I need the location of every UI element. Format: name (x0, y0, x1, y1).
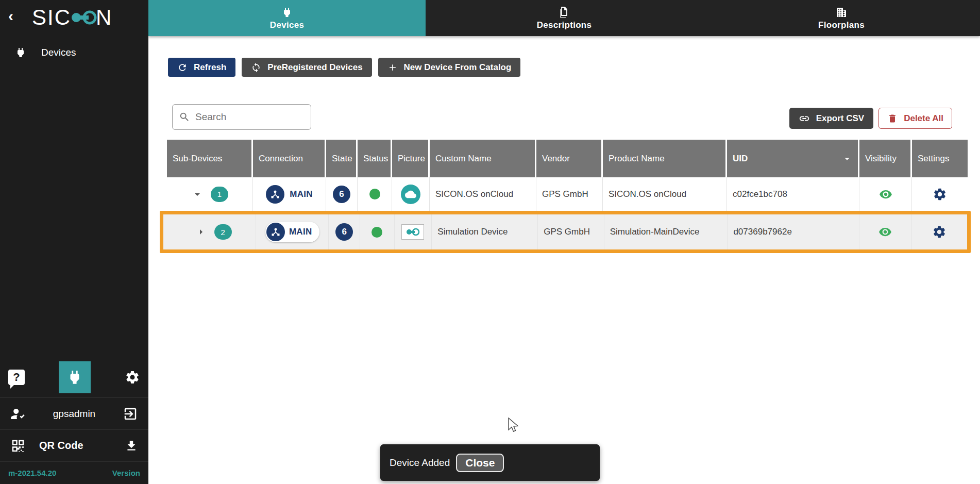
building-icon (835, 6, 848, 19)
col-product-name[interactable]: Product Name (603, 140, 727, 177)
preregistered-label: PreRegistered Devices (267, 62, 362, 73)
export-csv-button[interactable]: Export CSV (789, 108, 874, 129)
devices-table: Sub-Devices Connection State Status Pict… (167, 140, 968, 211)
col-sub-devices[interactable]: Sub-Devices (167, 140, 253, 177)
settings-gear-icon[interactable] (932, 225, 947, 239)
toast-message: Device Added (390, 457, 450, 469)
sidebar-devices-active-button[interactable] (59, 361, 91, 393)
documents-icon (558, 6, 570, 19)
selected-row-highlight: 2 MAIN 6 (160, 211, 971, 253)
col-uid[interactable]: UID (727, 140, 859, 177)
delete-all-button[interactable]: Delete All (878, 108, 952, 129)
col-connection[interactable]: Connection (253, 140, 326, 177)
delete-all-label: Delete All (904, 113, 943, 124)
tab-devices[interactable]: Devices (148, 0, 426, 36)
device-picture-logo (401, 224, 424, 240)
visibility-eye-icon[interactable] (878, 225, 892, 239)
uid-cell: c02fce1bc708 (727, 177, 859, 211)
vendor-cell: GPS GmbH (536, 177, 603, 211)
custom-name-cell: SICON.OS onCloud (430, 177, 536, 211)
version-label: Version (112, 469, 140, 477)
visibility-eye-icon[interactable] (879, 188, 892, 201)
device-hub-icon (266, 185, 284, 204)
sidebar-item-label: Devices (41, 47, 76, 58)
connection-label: MAIN (289, 227, 312, 237)
export-csv-label: Export CSV (816, 113, 865, 124)
refresh-label: Refresh (194, 62, 226, 73)
download-icon[interactable] (125, 439, 138, 453)
username-label: gpsadmin (26, 408, 123, 420)
toast-close-button[interactable]: Close (456, 454, 504, 472)
col-custom-name[interactable]: Custom Name (430, 140, 536, 177)
col-status[interactable]: Status (358, 140, 392, 177)
table-row-2[interactable]: 2 MAIN 6 (171, 214, 967, 249)
product-name-cell: SICON.OS onCloud (603, 177, 727, 211)
logo-text-left: SIC (32, 5, 71, 30)
logout-icon[interactable] (123, 406, 138, 422)
plug-icon (14, 46, 27, 59)
sidebar: ‹ SIC N Devices ? (0, 0, 148, 484)
main-content: Refresh PreRegistered Devices New Device… (148, 36, 980, 484)
custom-name-cell: Simulation Device (432, 214, 538, 249)
qr-code-label[interactable]: QR Code (26, 440, 125, 452)
col-state[interactable]: State (326, 140, 358, 177)
sort-arrow-icon[interactable] (841, 153, 853, 164)
search-icon (179, 111, 190, 123)
product-name-cell: Simulation-MainDevice (604, 214, 728, 249)
chevron-down-icon[interactable] (191, 188, 204, 201)
help-icon[interactable]: ? (8, 370, 25, 385)
tab-descriptions[interactable]: Descriptions (426, 0, 703, 36)
top-tab-bar: Devices Descriptions Floorplans (148, 0, 980, 36)
vendor-cell: GPS GmbH (538, 214, 604, 249)
tab-devices-label: Devices (270, 20, 304, 30)
plus-icon (387, 62, 398, 73)
toast-notification: Device Added Close (380, 444, 600, 481)
status-dot-green (369, 189, 380, 199)
chevron-right-icon[interactable] (195, 226, 207, 238)
plug-icon (281, 6, 293, 19)
link-icon (799, 113, 810, 124)
col-settings[interactable]: Settings (912, 140, 968, 177)
tab-descriptions-label: Descriptions (537, 20, 592, 30)
uid-cell: d07369b7962e (728, 214, 859, 249)
mouse-cursor (508, 418, 521, 434)
connection-label: MAIN (290, 189, 313, 199)
col-picture[interactable]: Picture (392, 140, 430, 177)
new-device-label: New Device From Catalog (404, 62, 512, 73)
refresh-icon (177, 62, 188, 73)
col-vendor[interactable]: Vendor (536, 140, 603, 177)
connection-pill: MAIN (265, 222, 319, 242)
tab-floorplans[interactable]: Floorplans (703, 0, 980, 36)
settings-gear-icon[interactable] (933, 187, 947, 202)
device-picture-cloud (401, 185, 420, 204)
refresh-button[interactable]: Refresh (168, 58, 235, 77)
table-header: Sub-Devices Connection State Status Pict… (167, 140, 968, 177)
preregistered-devices-button[interactable]: PreRegistered Devices (242, 58, 371, 77)
device-hub-icon (266, 223, 285, 241)
table-row-1[interactable]: 1 MAIN 6 SICON.OS onCloud GPS GmbH SICON… (167, 177, 968, 211)
search-box (172, 104, 311, 130)
col-visibility[interactable]: Visibility (859, 140, 912, 177)
plug-icon (66, 369, 83, 386)
sicon-logo: SIC N (32, 5, 112, 30)
qr-row: QR Code (0, 429, 148, 461)
state-badge: 6 (333, 186, 350, 203)
sync-icon (251, 62, 261, 73)
tab-floorplans-label: Floorplans (818, 20, 865, 30)
logo-text-right: N (96, 5, 112, 30)
state-badge: 6 (335, 223, 353, 241)
user-row: gpsadmin (0, 397, 148, 429)
sidebar-item-devices[interactable]: Devices (0, 37, 148, 68)
logo-infinity-icon (70, 9, 97, 26)
gear-icon[interactable] (125, 370, 140, 385)
version-row: m-2021.54.20 Version (0, 461, 148, 484)
sub-devices-badge[interactable]: 1 (211, 187, 228, 202)
sub-devices-badge[interactable]: 2 (214, 224, 232, 240)
new-device-from-catalog-button[interactable]: New Device From Catalog (378, 58, 521, 77)
trash-icon (887, 113, 898, 124)
user-check-icon (10, 406, 26, 422)
sidebar-collapse-button[interactable]: ‹ (8, 8, 13, 24)
version-value: m-2021.54.20 (8, 469, 56, 477)
search-input[interactable] (195, 111, 298, 123)
qr-code-icon (10, 438, 26, 454)
